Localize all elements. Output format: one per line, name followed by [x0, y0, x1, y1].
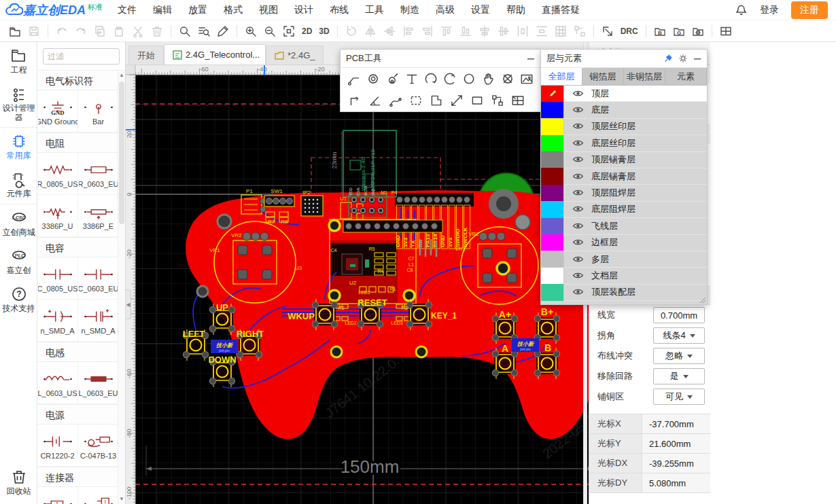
eye-icon[interactable] — [572, 170, 585, 183]
bom-folder-button[interactable]: B — [650, 22, 669, 40]
menu-item-1[interactable]: 编辑 — [145, 1, 180, 19]
menu-item-5[interactable]: 设计 — [286, 1, 321, 19]
library-section-title[interactable]: 电感 — [37, 342, 125, 362]
eye-icon[interactable] — [572, 104, 585, 116]
import-changes-button[interactable] — [598, 22, 617, 40]
library-collapse-handle[interactable]: ◀ — [126, 289, 131, 319]
login-link[interactable]: 登录 — [760, 4, 779, 16]
scrollbar-thumb[interactable] — [119, 82, 124, 224]
sidebar-item-jlc[interactable]: J*LC嘉立创 — [0, 242, 37, 281]
menu-item-4[interactable]: 视图 — [251, 1, 286, 19]
sidebar-item-trash[interactable]: 回收站 — [0, 463, 37, 501]
pcb-tool-pad[interactable] — [365, 70, 381, 88]
library-component[interactable]: C_0805_US — [37, 257, 78, 300]
pcb-tool-groupsel[interactable] — [489, 92, 506, 109]
view-2d-button[interactable]: 2D — [298, 22, 315, 40]
scroll-up-icon[interactable]: ▲ — [118, 71, 125, 79]
library-component[interactable]: 12F-2.54 — [78, 487, 119, 504]
layers-tab-全部层[interactable]: 全部层 — [541, 68, 582, 85]
coordinate-folder-button[interactable] — [689, 22, 708, 40]
menu-item-9[interactable]: 高级 — [428, 1, 463, 19]
pcb-tool-spline[interactable] — [387, 92, 404, 109]
pcb-tool-via[interactable] — [384, 70, 400, 88]
pcb-tool-hand[interactable] — [480, 70, 496, 88]
layer-row-2[interactable]: 顶层丝印层 — [541, 119, 707, 135]
pcb-tool-solidregion[interactable] — [428, 92, 445, 109]
layer-color-swatch[interactable] — [541, 234, 564, 251]
library-component[interactable]: R_0603_EU — [78, 153, 119, 195]
zoom-out-button[interactable] — [260, 22, 279, 40]
register-button[interactable]: 注册 — [791, 1, 828, 19]
pcb-tool-selectrect[interactable] — [407, 92, 425, 109]
document-tab-0[interactable]: 开始 — [128, 46, 164, 65]
pcb-tool-rect[interactable] — [468, 92, 486, 109]
eye-icon[interactable] — [572, 120, 585, 132]
menu-item-2[interactable]: 放置 — [180, 1, 215, 19]
layer-color-swatch[interactable] — [541, 86, 564, 102]
minimize-icon[interactable] — [527, 54, 535, 62]
menu-item-8[interactable]: 制造 — [392, 1, 428, 19]
eye-icon[interactable] — [572, 137, 585, 149]
layer-row-6[interactable]: 顶层阻焊层 — [541, 185, 707, 201]
property-dropdown[interactable]: 是 — [653, 368, 705, 384]
document-tab-2[interactable]: *2.4G_ — [266, 46, 324, 65]
library-component[interactable]: C-047B-13 — [78, 425, 119, 467]
layer-row-4[interactable]: 顶层锡膏层 — [541, 152, 707, 168]
library-component[interactable]: Bar — [78, 90, 119, 132]
drc-button[interactable]: DRC — [617, 22, 642, 40]
layer-color-swatch[interactable] — [541, 185, 564, 201]
layer-row-10[interactable]: 多层 — [541, 251, 707, 268]
property-dropdown[interactable]: 忽略 — [653, 348, 705, 364]
pcb-tool-keepout[interactable] — [500, 70, 516, 88]
library-section-title[interactable]: 电源 — [37, 404, 125, 425]
layer-color-swatch[interactable] — [541, 251, 564, 267]
library-component[interactable]: 3386P_U — [37, 195, 78, 237]
layer-row-9[interactable]: 边框层 — [541, 235, 707, 251]
layer-row-5[interactable]: 底层锡膏层 — [541, 168, 707, 185]
format-brush-button[interactable] — [213, 22, 232, 40]
scroll-down-icon[interactable]: ▼ — [118, 495, 125, 503]
zoom-in-button[interactable] — [241, 22, 260, 40]
panelize-button[interactable] — [716, 22, 735, 40]
find-component-button[interactable] — [194, 22, 213, 40]
eye-icon[interactable] — [572, 154, 585, 166]
layer-color-swatch[interactable] — [541, 135, 564, 151]
eye-icon[interactable] — [572, 253, 585, 266]
sidebar-item-lcsc[interactable]: LCSC立创商城 — [0, 204, 37, 242]
library-component[interactable]: 1M-2.54 — [37, 487, 78, 504]
pcb-tool-circle[interactable] — [461, 70, 477, 88]
property-input[interactable]: 0.700mm — [653, 307, 705, 323]
layer-color-swatch[interactable] — [541, 268, 564, 284]
document-tab-1[interactable]: 2.4G_Telecontrol... — [164, 44, 266, 65]
menu-item-7[interactable]: 工具 — [357, 1, 392, 19]
filter-input[interactable] — [43, 48, 120, 65]
open-file-button[interactable] — [5, 22, 24, 40]
layer-row-12[interactable]: 顶层装配层 — [541, 285, 707, 301]
layers-tab-铜箔层[interactable]: 铜箔层 — [582, 68, 624, 85]
library-section-title[interactable]: 电气标识符 — [37, 70, 125, 90]
pcb-tool-panelboard[interactable] — [509, 92, 527, 109]
layers-tab-元素[interactable]: 元素 — [665, 68, 707, 85]
library-component[interactable]: 3386P_E — [78, 195, 119, 237]
zoom-fit-button[interactable] — [279, 22, 298, 40]
library-component[interactable]: L_0603_US — [37, 362, 78, 404]
pin-icon[interactable] — [663, 54, 673, 63]
library-component[interactable]: CR1220-2 — [37, 425, 78, 467]
layer-row-1[interactable]: 底层 — [541, 102, 707, 118]
layer-color-swatch[interactable] — [541, 218, 564, 234]
pcb-tools-header[interactable]: PCB工具 — [341, 50, 540, 68]
pcb-tool-text[interactable] — [404, 70, 420, 88]
layer-row-11[interactable]: 文档层 — [541, 268, 707, 284]
layers-tab-非铜箔层[interactable]: 非铜箔层 — [624, 68, 665, 85]
layers-header[interactable]: 层与元素 — [541, 50, 707, 68]
library-component[interactable]: n_SMD_A — [78, 300, 119, 342]
menu-item-10[interactable]: 设置 — [463, 1, 498, 19]
view-3d-button[interactable]: 3D — [315, 22, 332, 40]
library-section-title[interactable]: 连接器 — [37, 467, 125, 487]
eye-icon[interactable] — [572, 236, 585, 249]
menu-item-12[interactable]: 直播答疑 — [534, 1, 588, 19]
property-dropdown[interactable]: 可见 — [653, 389, 705, 405]
layer-row-8[interactable]: 飞线层 — [541, 218, 707, 234]
gear-icon[interactable] — [678, 54, 688, 63]
layer-color-swatch[interactable] — [541, 151, 564, 168]
